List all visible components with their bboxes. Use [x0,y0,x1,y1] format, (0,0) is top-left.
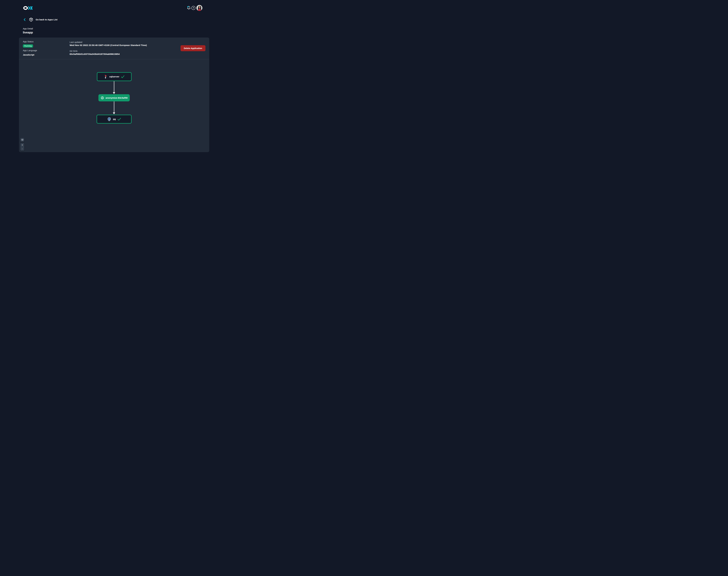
check-icon [121,75,125,78]
flow-node-pg[interactable]: pg [97,115,132,124]
edge-sqlserver-anonymize [114,81,114,92]
eye-icon [21,139,24,141]
node-label: pg [113,118,116,120]
last-updated-label: Last updated [70,41,82,44]
avatar-image [196,5,203,11]
postgresql-logo-icon [107,117,111,121]
last-updated-value: Wed Nov 02 2022 23:50:49 GMT+0100 (Centr… [70,44,147,47]
fit-view-button[interactable] [20,138,24,142]
bell-icon [187,6,191,10]
git-sha-label: Git SHA [70,50,78,52]
node-label: sqlserver [109,75,119,78]
notification-dot [187,6,189,7]
flow-node-sqlserver[interactable]: sqlserver [97,72,132,81]
chevron-left-icon [23,18,27,22]
zoom-out-button[interactable]: - [20,147,24,151]
page-title: liveapp [23,31,33,34]
question-mark-icon: ? [193,7,194,9]
edge-anonymize-pg [114,102,114,113]
status-badge: Running [23,45,33,48]
check-icon [117,118,121,121]
back-button[interactable] [23,18,27,22]
delete-application-button[interactable]: Delete Application [181,45,206,51]
ox-logo-icon [23,6,32,10]
app-detail-panel: App Status Running App Language JavaScri… [19,37,209,152]
sqlserver-logo-icon [104,75,108,79]
user-avatar[interactable] [196,5,203,11]
back-link-label: Go back to Apps List [36,18,57,22]
node-label: anonymize-83c5af59 [106,96,128,99]
app-detail-page: ? Go back to Apps List [0,0,228,157]
package-icon [29,18,33,22]
go-back-to-apps-link[interactable]: Go back to Apps List [29,18,57,22]
brand-logo[interactable] [23,6,32,11]
app-status-label: App Status [23,40,33,43]
flow-node-anonymize[interactable]: anonymize-83c5af59 [99,94,130,102]
help-button[interactable]: ? [191,6,195,10]
app-language-value: JavaScript [23,54,34,56]
git-sha-value: 83c5af592d1c83733a343bd4187354a609615854 [70,53,120,55]
arrowhead-icon [113,92,115,94]
gear-icon [101,96,104,99]
zoom-control: + - [20,143,24,151]
arrowhead-icon [113,112,115,114]
zoom-in-button[interactable]: + [20,143,24,147]
page-subtitle: App Detail [23,27,33,30]
app-language-label: App Language [23,49,37,52]
notifications-button[interactable] [187,6,191,10]
